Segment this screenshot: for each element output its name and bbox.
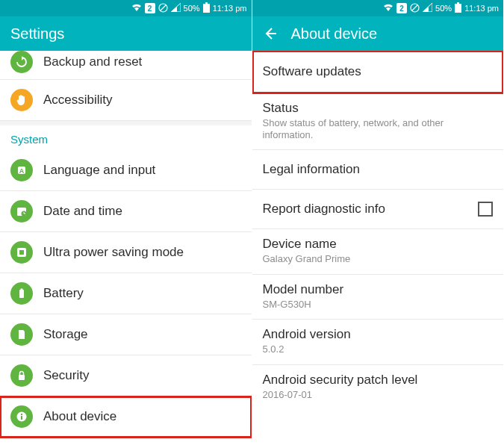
item-label: Legal information: [263, 162, 494, 177]
settings-item-backup[interactable]: Backup and reset: [0, 51, 252, 80]
lock-icon: [10, 364, 33, 387]
item-value: SM-G530H: [263, 299, 494, 311]
item-label: Report diagnostic info: [263, 202, 385, 217]
settings-item-storage[interactable]: Storage: [0, 314, 252, 355]
item-label: Android version: [263, 327, 494, 342]
item-status[interactable]: Status Show status of battery, network, …: [252, 93, 504, 150]
battery-percent: 50%: [435, 4, 452, 13]
svg-rect-19: [457, 2, 459, 4]
settings-item-accessibility[interactable]: Accessibility: [0, 80, 252, 121]
signal-icon: [423, 3, 432, 13]
item-sublabel: Show status of battery, network, and oth…: [263, 117, 494, 140]
settings-label: Ultra power saving mode: [43, 245, 184, 260]
settings-list: Backup and reset Accessibility System A …: [0, 51, 252, 448]
settings-label: Battery: [43, 286, 84, 301]
power-saving-icon: [10, 241, 33, 264]
settings-panel: 2 50% 11:13 pm Settings Backup and reset…: [0, 0, 252, 448]
item-diagnostic[interactable]: Report diagnostic info: [252, 190, 504, 229]
page-title: About device: [291, 25, 378, 43]
page-title: Settings: [10, 25, 64, 43]
calendar-icon: [10, 200, 33, 223]
svg-line-1: [160, 4, 166, 10]
svg-point-14: [21, 414, 22, 415]
item-label: Android security patch level: [263, 373, 494, 388]
svg-line-17: [412, 4, 418, 10]
svg-rect-10: [19, 290, 24, 298]
item-software-updates[interactable]: Software updates: [252, 51, 504, 93]
settings-label: Accessibility: [43, 93, 113, 108]
settings-label: Language and input: [43, 163, 155, 178]
svg-rect-18: [455, 4, 461, 13]
diagnostic-checkbox[interactable]: [478, 202, 493, 217]
item-value: 2016-07-01: [263, 389, 494, 401]
wifi-icon: [383, 3, 393, 13]
signal-icon: [171, 3, 181, 13]
svg-text:A: A: [19, 167, 25, 175]
item-label: Software updates: [263, 64, 494, 79]
settings-item-battery[interactable]: Battery: [0, 273, 252, 314]
clock: 11:13 pm: [464, 4, 499, 13]
clock: 11:13 pm: [213, 4, 247, 13]
settings-item-security[interactable]: Security: [0, 355, 252, 396]
sim-badge: 2: [145, 3, 155, 13]
svg-rect-12: [19, 375, 25, 380]
item-label: Model number: [263, 282, 494, 297]
settings-item-power-saving[interactable]: Ultra power saving mode: [0, 232, 252, 273]
battery-icon: [203, 2, 210, 14]
battery-percent: 50%: [184, 4, 200, 13]
svg-rect-15: [21, 416, 22, 420]
settings-item-about-device[interactable]: About device: [0, 396, 252, 438]
about-list: Software updates Status Show status of b…: [252, 51, 504, 448]
settings-item-language[interactable]: A Language and input: [0, 150, 252, 191]
wifi-icon: [131, 3, 142, 13]
item-label: Device name: [263, 237, 494, 252]
svg-rect-11: [21, 289, 23, 290]
header-bar: About device: [252, 16, 504, 51]
battery-icon: [455, 2, 461, 14]
svg-rect-9: [19, 250, 24, 255]
settings-label: About device: [43, 409, 116, 424]
about-device-panel: 2 50% 11:13 pm About device Software upd…: [252, 0, 505, 448]
section-header-system: System: [0, 125, 252, 150]
svg-rect-3: [205, 2, 208, 4]
settings-label: Backup and reset: [43, 55, 142, 69]
settings-label: Storage: [43, 327, 88, 342]
svg-rect-2: [203, 4, 210, 13]
status-bar: 2 50% 11:13 pm: [0, 0, 252, 16]
item-legal[interactable]: Legal information: [252, 150, 504, 190]
settings-item-date-time[interactable]: Date and time: [0, 191, 252, 232]
item-security-patch[interactable]: Android security patch level 2016-07-01: [252, 365, 504, 410]
item-value: Galaxy Grand Prime: [263, 253, 494, 265]
header-bar: Settings: [0, 16, 252, 51]
item-android-version[interactable]: Android version 5.0.2: [252, 320, 504, 365]
item-label: Status: [263, 101, 494, 116]
settings-label: Date and time: [43, 204, 122, 219]
storage-icon: [10, 323, 33, 346]
battery-icon: [10, 282, 33, 305]
status-bar: 2 50% 11:13 pm: [252, 0, 504, 16]
item-device-name[interactable]: Device name Galaxy Grand Prime: [252, 229, 504, 275]
hand-icon: [10, 89, 33, 111]
item-model-number[interactable]: Model number SM-G530H: [252, 275, 504, 320]
sim-badge: 2: [396, 3, 407, 13]
backup-icon: [10, 51, 33, 73]
settings-label: Security: [43, 368, 89, 383]
no-signal-icon: [158, 3, 168, 14]
info-icon: [10, 405, 33, 428]
language-icon: A: [10, 159, 33, 181]
no-signal-icon: [410, 3, 420, 14]
back-icon[interactable]: [263, 26, 278, 41]
item-value: 5.0.2: [263, 343, 494, 355]
